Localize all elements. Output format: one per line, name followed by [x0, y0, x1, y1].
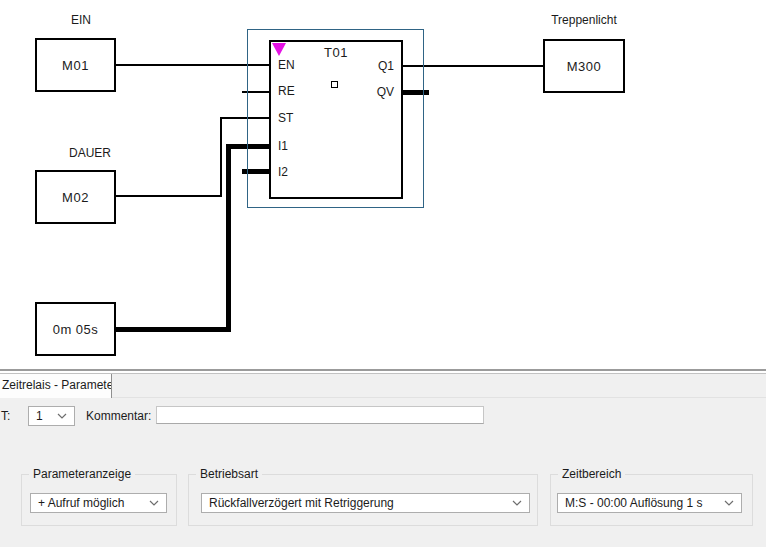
parameteranzeige-select[interactable]: + Aufruf möglich [30, 493, 167, 513]
parameter-tabstrip: Zeitrelais - Parameter [0, 374, 766, 398]
wire-q1-m300 [403, 65, 543, 67]
group-parameteranzeige: Parameteranzeige + Aufruf möglich [21, 474, 177, 526]
wire-st-vertical [220, 117, 222, 197]
contact-symbol-icon [331, 81, 338, 88]
group-zeitbereich: Zeitbereich M:S - 00:00 Auflösung 1 s [550, 474, 753, 526]
operand-m01[interactable]: M01 [35, 38, 116, 92]
pin-en: EN [278, 58, 295, 72]
betriebsart-select[interactable]: Rückfallverzögert mit Retriggerung [201, 493, 530, 513]
splitter-line-dark [0, 369, 766, 371]
operand-m02[interactable]: M02 [35, 170, 116, 224]
chevron-down-icon [149, 500, 159, 506]
circuit-canvas[interactable]: EIN M01 DAUER M02 0m 05s Treppenlicht M3… [0, 0, 766, 369]
t-number-select[interactable]: 1 [28, 406, 75, 426]
chevron-down-icon [57, 413, 67, 419]
pin-qv: QV [377, 85, 394, 99]
pin-st: ST [278, 111, 293, 125]
operand-constant-time[interactable]: 0m 05s [35, 302, 116, 356]
kommentar-label: Kommentar: [86, 409, 151, 423]
parameteranzeige-value: + Aufruf möglich [31, 496, 149, 510]
betriebsart-value: Rückfallverzögert mit Retriggerung [202, 496, 512, 510]
app-window: EIN M01 DAUER M02 0m 05s Treppenlicht M3… [0, 0, 766, 547]
group-betriebsart: Betriebsart Rückfallverzögert mit Retrig… [188, 474, 538, 526]
pin-re: RE [278, 84, 295, 98]
kommentar-input[interactable] [156, 406, 484, 424]
group-zeitbereich-label: Zeitbereich [558, 467, 625, 481]
net-label-dauer: DAUER [68, 146, 112, 160]
t-number-label: T: [1, 409, 10, 423]
wire-i1-vertical [226, 144, 231, 332]
tab-zeitrelais-parameter[interactable]: Zeitrelais - Parameter [0, 374, 112, 399]
chevron-down-icon [724, 500, 734, 506]
net-label-ein: EIN [59, 13, 103, 27]
group-parameteranzeige-label: Parameteranzeige [29, 467, 135, 481]
net-label-treppenlicht: Treppenlicht [544, 13, 624, 27]
chevron-down-icon [512, 500, 522, 506]
group-betriebsart-label: Betriebsart [196, 467, 262, 481]
parameter-panel: T: 1 Kommentar: Parameteranzeige + Aufru… [0, 398, 766, 547]
wire-m02-horizontal [116, 195, 222, 197]
pin-q1: Q1 [378, 59, 394, 73]
zeitbereich-value: M:S - 00:00 Auflösung 1 s [558, 496, 724, 510]
pin-i1: I1 [278, 139, 288, 153]
operand-m300[interactable]: M300 [543, 39, 625, 93]
wire-constant-horizontal [116, 327, 231, 332]
timer-function-block[interactable]: T01 EN RE ST I1 I2 Q1 QV [269, 40, 403, 199]
pin-i2: I2 [278, 165, 288, 179]
zeitbereich-select[interactable]: M:S - 00:00 Auflösung 1 s [557, 493, 742, 513]
t-number-value: 1 [29, 409, 57, 423]
